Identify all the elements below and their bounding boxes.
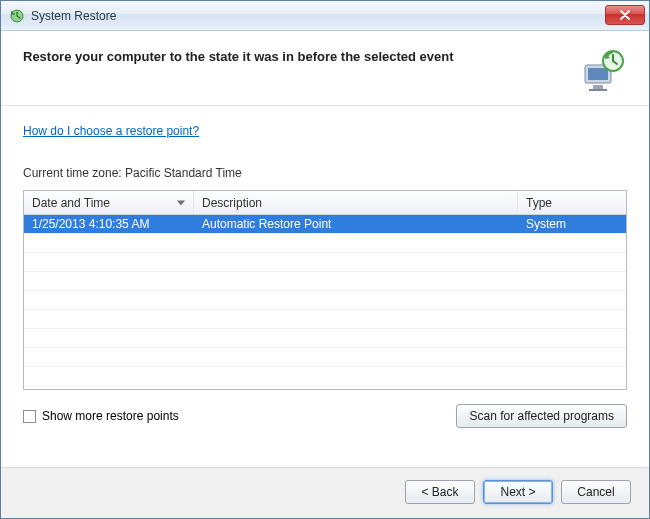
window-title: System Restore	[31, 9, 116, 23]
restore-hero-icon	[579, 47, 627, 95]
table-row[interactable]	[24, 367, 626, 386]
cell-description: Automatic Restore Point	[194, 215, 518, 233]
table-row[interactable]	[24, 291, 626, 310]
svg-rect-3	[593, 85, 603, 89]
table-header-row: Date and Time Description Type	[24, 191, 626, 215]
table-row[interactable]	[24, 348, 626, 367]
cell-date: 1/25/2013 4:10:35 AM	[24, 215, 194, 233]
column-header-date[interactable]: Date and Time	[24, 191, 194, 214]
below-table-row: Show more restore points Scan for affect…	[23, 404, 627, 428]
page-heading: Restore your computer to the state it wa…	[23, 47, 454, 64]
svg-rect-4	[589, 89, 607, 91]
table-row[interactable]	[24, 329, 626, 348]
column-header-type[interactable]: Type	[518, 191, 626, 214]
restore-points-table: Date and Time Description Type 1/25/2013…	[23, 190, 627, 390]
scan-affected-programs-button[interactable]: Scan for affected programs	[456, 404, 627, 428]
close-button[interactable]	[605, 5, 645, 25]
table-body: 1/25/2013 4:10:35 AM Automatic Restore P…	[24, 215, 626, 386]
help-link[interactable]: How do I choose a restore point?	[23, 124, 627, 138]
content-area: Restore your computer to the state it wa…	[1, 31, 649, 467]
table-row[interactable]: 1/25/2013 4:10:35 AM Automatic Restore P…	[24, 215, 626, 234]
table-row[interactable]	[24, 253, 626, 272]
wizard-footer: < Back Next > Cancel	[1, 467, 649, 518]
back-button[interactable]: < Back	[405, 480, 475, 504]
system-restore-window: System Restore Restore your computer to …	[0, 0, 650, 519]
show-more-checkbox[interactable]: Show more restore points	[23, 409, 179, 423]
restore-app-icon	[9, 8, 25, 24]
next-button[interactable]: Next >	[483, 480, 553, 504]
column-header-description[interactable]: Description	[194, 191, 518, 214]
table-row[interactable]	[24, 234, 626, 253]
checkbox-icon	[23, 410, 36, 423]
table-row[interactable]	[24, 272, 626, 291]
divider	[1, 105, 649, 106]
show-more-label: Show more restore points	[42, 409, 179, 423]
cell-type: System	[518, 215, 626, 233]
cancel-button[interactable]: Cancel	[561, 480, 631, 504]
timezone-label: Current time zone: Pacific Standard Time	[23, 166, 627, 180]
header-row: Restore your computer to the state it wa…	[23, 47, 627, 95]
table-row[interactable]	[24, 310, 626, 329]
svg-rect-2	[588, 68, 608, 80]
titlebar: System Restore	[1, 1, 649, 31]
